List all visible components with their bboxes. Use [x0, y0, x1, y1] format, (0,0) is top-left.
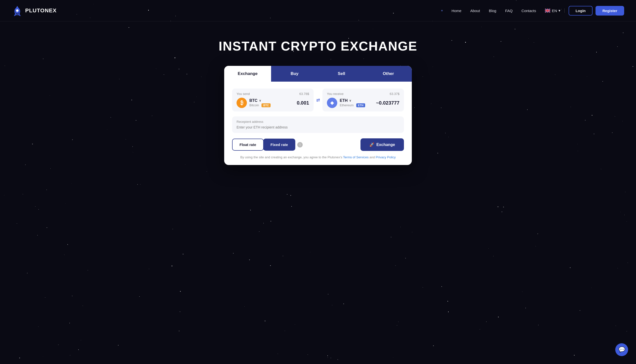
nav-dot	[441, 10, 443, 11]
recipient-label: Recepient address	[237, 120, 399, 124]
receive-label-row: You receive 63.37$	[327, 92, 399, 96]
logo-text: PLUTONEX	[25, 8, 57, 14]
chat-button[interactable]: 💬	[615, 343, 628, 356]
eth-ticker[interactable]: ETH ∨	[340, 98, 365, 103]
nav-home[interactable]: Home	[452, 9, 462, 13]
receive-side: You receive 63.37$ ◆ ETH ∨	[322, 88, 404, 112]
receive-amount: ~0.023777	[376, 100, 399, 106]
chat-icon: 💬	[618, 346, 625, 353]
language-selector[interactable]: EN ▾	[545, 8, 565, 13]
nav-about[interactable]: About	[470, 9, 480, 13]
exchange-card: Exchange Buy Sell Other You send 63.78$ …	[224, 66, 412, 165]
svg-point-1	[16, 9, 19, 12]
recipient-box: Recepient address	[232, 116, 404, 133]
card-body: You send 63.78$ ₿ BTC ∨	[224, 82, 412, 165]
eth-icon: ◆	[327, 98, 337, 108]
btc-name-group: BTC ∨ Bitcoin BTC	[249, 98, 271, 107]
lang-chevron: ▾	[558, 8, 560, 13]
receive-usd: 63.37$	[390, 92, 399, 96]
lang-label: EN	[552, 9, 557, 13]
btc-ticker[interactable]: BTC ∨	[249, 98, 271, 103]
eth-fullname-row: Ethereum ETH	[340, 103, 365, 107]
send-amount[interactable]: 0.001	[297, 100, 309, 106]
float-rate-button[interactable]: Float rate	[232, 138, 264, 151]
tab-exchange[interactable]: Exchange	[224, 66, 271, 82]
btc-symbol: BTC	[249, 98, 258, 103]
logo: PLUTONEX	[12, 4, 57, 17]
nav-links: Home About Blog FAQ Contacts	[441, 9, 536, 13]
tab-other[interactable]: Other	[365, 66, 412, 82]
register-button[interactable]: Register	[595, 6, 624, 16]
exchange-row: You send 63.78$ ₿ BTC ∨	[232, 88, 404, 112]
exchange-button[interactable]: 🚀 Exchange	[360, 138, 404, 151]
privacy-policy-link[interactable]: Privacy Policy	[376, 155, 396, 159]
exchange-btn-icon: 🚀	[369, 142, 374, 147]
logo-icon	[12, 4, 23, 17]
receive-label: You receive	[327, 92, 343, 96]
terms-and: and	[370, 155, 375, 159]
receive-coin-info: ◆ ETH ∨ Ethereum ETH	[327, 98, 365, 108]
nav-faq[interactable]: FAQ	[505, 9, 513, 13]
btc-fullname: Bitcoin	[249, 103, 259, 107]
exchange-btn-label: Exchange	[376, 142, 395, 147]
nav-contacts[interactable]: Contacts	[521, 9, 536, 13]
navbar: PLUTONEX Home About Blog FAQ Contacts EN…	[0, 0, 636, 22]
send-usd: 63.78$	[299, 92, 309, 96]
send-label-row: You send 63.78$	[237, 92, 309, 96]
terms-prefix: By using the site and creating an exchan…	[240, 155, 342, 159]
action-row: Float rate Fixed rate i 🚀 Exchange	[232, 138, 404, 151]
btc-chevron: ∨	[259, 99, 261, 102]
info-icon[interactable]: i	[297, 142, 303, 148]
eth-name-group: ETH ∨ Ethereum ETH	[340, 98, 365, 107]
fixed-rate-button[interactable]: Fixed rate	[263, 138, 296, 151]
eth-fullname: Ethereum	[340, 103, 354, 107]
hero-title: INSTANT CRYPTO EXCHANGE	[219, 39, 417, 54]
eth-symbol: ETH	[340, 98, 348, 103]
eth-chevron: ∨	[349, 99, 351, 102]
tab-buy[interactable]: Buy	[271, 66, 318, 82]
send-coin-row: ₿ BTC ∨ Bitcoin BTC	[237, 98, 309, 108]
send-coin-info: ₿ BTC ∨ Bitcoin BTC	[237, 98, 271, 108]
terms-text: By using the site and creating an exchan…	[232, 155, 404, 159]
recipient-input[interactable]	[237, 125, 399, 129]
terms-of-service-link[interactable]: Terms of Services	[343, 155, 369, 159]
tab-sell[interactable]: Sell	[318, 66, 365, 82]
eth-badge: ETH	[356, 103, 365, 107]
btc-fullname-row: Bitcoin BTC	[249, 103, 271, 107]
nav-blog[interactable]: Blog	[489, 9, 496, 13]
receive-coin-row: ◆ ETH ∨ Ethereum ETH	[327, 98, 399, 108]
flag-icon	[545, 9, 550, 12]
btc-badge: BTC	[262, 103, 271, 107]
login-button[interactable]: Login	[569, 6, 592, 16]
tabs: Exchange Buy Sell Other	[224, 66, 412, 82]
main-content: INSTANT CRYPTO EXCHANGE Exchange Buy Sel…	[0, 22, 636, 165]
btc-icon: ₿	[237, 98, 247, 108]
swap-button[interactable]: ⇄	[314, 88, 322, 112]
send-side: You send 63.78$ ₿ BTC ∨	[232, 88, 314, 112]
send-label: You send	[237, 92, 250, 96]
